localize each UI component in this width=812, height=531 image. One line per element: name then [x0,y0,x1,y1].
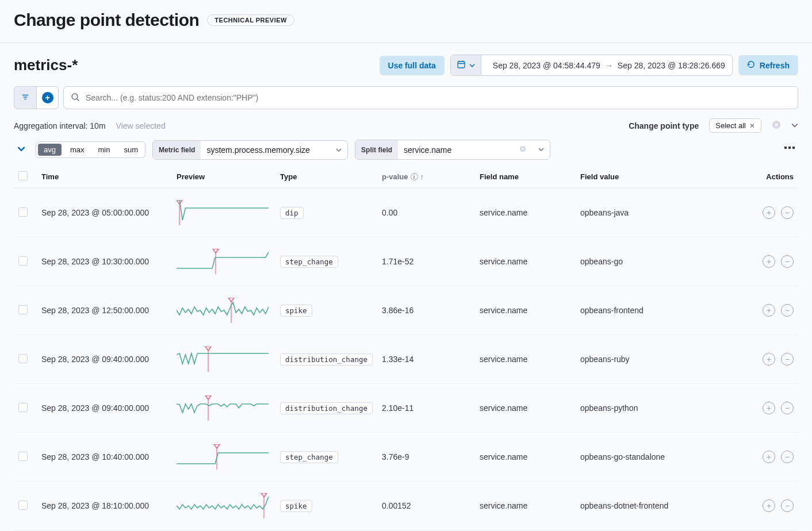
col-time[interactable]: Time [37,166,172,188]
cell-field-name: service.name [475,335,576,384]
col-pvalue[interactable]: p-value i ↑ [377,166,475,188]
remove-action-button[interactable]: − [781,304,794,317]
chevron-down-icon[interactable] [791,121,798,130]
cell-field-name: service.name [475,482,576,530]
info-icon[interactable]: i [411,173,418,180]
row-checkbox[interactable] [18,403,28,412]
change-point-type-label: Change point type [629,121,699,130]
index-pattern-title: metrics-* [14,56,374,74]
page-title: Change point detection [14,10,199,30]
search-icon [71,93,80,103]
fn-min[interactable]: min [91,142,117,157]
remove-action-button[interactable]: − [781,255,794,268]
cell-time: Sep 28, 2023 @ 09:40:00.000 [37,384,172,433]
function-selector[interactable]: avg max min sum [36,141,145,158]
add-action-button[interactable]: + [763,206,775,219]
cell-field-value: opbeans-go-standalone [576,433,744,482]
row-checkbox[interactable] [18,354,28,363]
metric-field-select[interactable]: Metric field system.process.memory.size [152,140,348,160]
cell-time: Sep 28, 2023 @ 10:30:00.000 [37,237,172,286]
col-field-name[interactable]: Field name [475,166,576,188]
fn-avg[interactable]: avg [38,144,62,156]
cell-field-name: service.name [475,188,576,237]
select-all-label: Select all [715,121,746,130]
search-input[interactable] [86,87,791,109]
clear-split-icon[interactable] [519,145,527,155]
select-all-checkbox[interactable] [18,171,28,180]
aggregation-interval-label: Aggregation interval: 10m [14,121,106,130]
remove-action-button[interactable]: − [781,353,794,365]
remove-action-button[interactable]: − [781,206,794,219]
table-row: Sep 28, 2023 @ 05:00:00.000 dip 0.00 ser… [14,188,798,237]
preview-sparkline [177,347,269,372]
refresh-button[interactable]: Refresh [738,55,798,75]
preview-sparkline [177,200,269,225]
table-row: Sep 28, 2023 @ 18:10:00.000 spike 0.0015… [14,482,798,530]
add-action-button[interactable]: + [763,353,775,365]
chevron-down-icon[interactable] [533,140,550,159]
sort-asc-icon: ↑ [420,172,424,181]
row-checkbox[interactable] [18,256,28,266]
preview-sparkline [177,444,269,470]
table-row: Sep 28, 2023 @ 10:40:00.000 step_change … [14,433,798,482]
cell-field-value: opbeans-python [576,384,744,433]
cell-field-name: service.name [475,384,576,433]
add-filter-button[interactable]: + [37,86,59,109]
row-checkbox[interactable] [18,452,28,461]
cell-pvalue: 3.86e-16 [377,286,475,335]
cell-field-value: opbeans-dotnet-frontend [576,482,744,530]
cell-time: Sep 28, 2023 @ 10:40:00.000 [37,433,172,482]
cell-field-value: opbeans-java [576,188,744,237]
cell-field-value: opbeans-frontend [576,286,744,335]
add-action-button[interactable]: + [763,304,775,317]
remove-action-button[interactable]: − [781,402,794,414]
cell-field-value: opbeans-ruby [576,335,744,384]
type-badge: spike [280,305,312,317]
add-action-button[interactable]: + [763,402,775,414]
use-full-data-button[interactable]: Use full data [380,56,445,75]
row-checkbox[interactable] [18,305,28,314]
add-action-button[interactable]: + [763,499,775,512]
remove-action-button[interactable]: − [781,451,794,463]
col-field-value[interactable]: Field value [576,166,744,188]
more-options-button[interactable] [781,141,798,158]
date-picker[interactable]: Sep 28, 2023 @ 04:58:44.479 → Sep 28, 20… [450,55,733,76]
cell-pvalue: 0.00 [377,188,475,237]
row-checkbox[interactable] [18,207,28,217]
type-badge: distribution_change [280,353,373,365]
svg-rect-13 [792,147,795,149]
cell-time: Sep 28, 2023 @ 18:10:00.000 [37,482,172,530]
table-row: Sep 28, 2023 @ 09:40:00.000 distribution… [14,335,798,384]
add-action-button[interactable]: + [763,451,775,463]
type-badge: spike [280,500,312,512]
chevron-down-icon[interactable] [330,141,347,159]
search-input-wrapper[interactable] [63,86,798,109]
filter-button[interactable] [14,86,37,109]
cell-time: Sep 28, 2023 @ 05:00:00.000 [37,188,172,237]
expand-toggle[interactable] [14,143,29,157]
calendar-icon [457,60,466,71]
date-to: Sep 28, 2023 @ 18:28:26.669 [618,61,725,70]
type-badge: dip [280,207,304,219]
remove-action-button[interactable]: − [781,499,794,512]
col-preview[interactable]: Preview [172,166,275,188]
fn-max[interactable]: max [63,142,91,157]
preview-sparkline [177,395,269,421]
close-icon[interactable]: ✕ [749,122,755,130]
col-type[interactable]: Type [275,166,377,188]
row-checkbox[interactable] [18,501,28,510]
view-selected-link[interactable]: View selected [116,121,166,130]
split-field-value: service.name [404,145,514,155]
add-action-button[interactable]: + [763,255,775,268]
fn-sum[interactable]: sum [117,142,145,157]
cell-pvalue: 1.33e-14 [377,335,475,384]
preview-sparkline [177,249,269,274]
preview-sparkline [177,298,269,323]
select-all-badge[interactable]: Select all ✕ [709,118,761,133]
metric-field-label: Metric field [153,141,201,159]
technical-preview-badge: TECHNICAL PREVIEW [207,14,294,26]
clear-all-icon[interactable] [772,120,781,131]
plus-icon: + [42,92,53,103]
split-field-select[interactable]: Split field service.name [355,140,550,160]
svg-rect-0 [458,61,465,68]
